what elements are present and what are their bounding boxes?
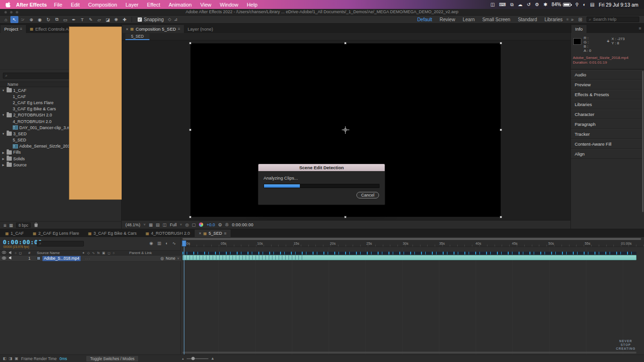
video-column-icon[interactable]: [2, 251, 6, 255]
collapsed-panel-header[interactable]: Content-Aware Fill: [571, 139, 644, 149]
graph-editor-icon[interactable]: ∿: [172, 241, 176, 246]
zoom-slider-handle[interactable]: [191, 357, 195, 360]
home-tool-icon[interactable]: ⌂: [2, 16, 10, 23]
spotlight-icon[interactable]: ⚲: [575, 2, 578, 7]
pan-behind-tool-icon[interactable]: ⧉: [53, 16, 61, 23]
layer-switch-icon[interactable]: ◇: [87, 251, 90, 255]
twirl-icon[interactable]: ▼: [1, 89, 5, 92]
snapping-checkbox[interactable]: ✓: [138, 17, 142, 22]
twirl-icon[interactable]: ▼: [1, 114, 5, 116]
list-view-icon[interactable]: ≣: [3, 223, 7, 228]
workspace-tab[interactable]: Small Screen: [479, 17, 514, 22]
preview-timecode[interactable]: 0:00:00:00: [232, 222, 254, 227]
audio-column-icon[interactable]: [8, 251, 12, 255]
layer-switch-icon[interactable]: ▣: [102, 251, 106, 255]
workspace-grid-icon[interactable]: ⊞: [576, 17, 585, 22]
menubar-item[interactable]: Window: [215, 2, 242, 8]
sync-icon[interactable]: ↺: [527, 2, 530, 8]
parent-link-dropdown[interactable]: ◎ None ˅: [160, 256, 179, 261]
tab-composition[interactable]: × ▦ Composition 5_SED ≡: [122, 25, 184, 33]
expand-layer-switches-icon[interactable]: ◧: [3, 356, 7, 361]
orbit-camera-tool-icon[interactable]: ◉: [36, 16, 44, 23]
tab-layer-viewer[interactable]: Layer (none): [184, 25, 217, 33]
anchor-point-crosshair[interactable]: [342, 126, 349, 134]
composition-minitab[interactable]: 5_SED: [125, 33, 149, 40]
collapsed-panel-header[interactable]: Align: [571, 149, 644, 159]
column-layer-number[interactable]: #: [28, 251, 35, 255]
timeline-search-field[interactable]: ⌕: [37, 241, 84, 247]
camera-view-icon[interactable]: ▢: [192, 222, 196, 227]
channel-color-wheel-icon[interactable]: [199, 222, 203, 227]
chevron-down-icon[interactable]: ˅: [144, 223, 146, 226]
layer-color-swatch[interactable]: [37, 256, 41, 260]
displays-icon[interactable]: ⧉: [510, 2, 513, 8]
zoom-tool-icon[interactable]: ⊕: [27, 16, 35, 23]
expand-in-out-icon[interactable]: ▣: [15, 356, 18, 361]
close-window-button[interactable]: [4, 11, 7, 14]
dialog-title[interactable]: Scene Edit Detection: [258, 164, 385, 171]
solo-column-icon[interactable]: ○: [15, 251, 17, 255]
current-timecode[interactable]: 0:00:00:00: [3, 239, 42, 246]
transform-handle[interactable]: [189, 129, 191, 131]
playhead-handle[interactable]: [182, 240, 186, 247]
zoom-out-icon[interactable]: ▲: [182, 357, 184, 360]
menubar-item[interactable]: View: [196, 2, 216, 8]
resolution-select[interactable]: Full: [170, 222, 177, 227]
screen-mirroring-icon[interactable]: ◫: [490, 2, 495, 8]
hand-tool-icon[interactable]: ☞: [19, 16, 27, 23]
layer-duration-bar[interactable]: [182, 255, 636, 260]
timeline-tab[interactable]: × ▦ 5_SED ≡: [195, 230, 231, 237]
twirl-icon[interactable]: ▶: [1, 163, 5, 166]
active-app-name[interactable]: After Effects: [16, 2, 47, 8]
layer-source-name[interactable]: Adobe_S...018.mp4: [42, 256, 81, 261]
collapsed-panel-header[interactable]: Character: [571, 109, 644, 119]
notification-center-icon[interactable]: ▤: [590, 2, 594, 7]
menubar-item[interactable]: Animation: [165, 2, 196, 8]
label-color-chip[interactable]: [69, 87, 121, 168]
layer-row[interactable]: 1 Adobe_S...018.mp4 ∙ ∙ ∙ ◎ None ˅: [0, 255, 181, 262]
trash-icon[interactable]: [34, 222, 38, 228]
timeline-tab[interactable]: × ▦ 3_CAF Eg Bike & Cars ≡: [84, 230, 141, 237]
mask-visibility-icon[interactable]: ▤: [156, 222, 160, 227]
collapsed-panel-header[interactable]: Audio: [571, 70, 644, 80]
layer-switches[interactable]: ∙ ∙ ∙: [85, 257, 118, 260]
exposure-icon[interactable]: ❂: [218, 222, 222, 227]
collapsed-panel-header[interactable]: Paragraph: [571, 119, 644, 129]
settings-icon[interactable]: ⚙: [535, 2, 539, 8]
composition-viewer[interactable]: Scene Edit Detection Analyzing Clips... …: [122, 41, 570, 220]
menubar-item[interactable]: Edit: [66, 2, 84, 8]
exposure-value[interactable]: +0.0: [206, 222, 215, 227]
column-source-name[interactable]: Source Name: [37, 251, 80, 255]
expand-transfer-controls-icon[interactable]: ◨: [9, 356, 13, 361]
workspace-tab[interactable]: Review: [436, 17, 459, 22]
close-icon[interactable]: ×: [126, 27, 128, 32]
timeline-tab[interactable]: × ▦ 4_ROTOBRUSH 2.0 ≡: [141, 230, 194, 237]
puppet-tool-icon[interactable]: ✚: [121, 16, 129, 23]
menubar-item[interactable]: Layer: [121, 2, 143, 8]
cloud-icon[interactable]: ☁: [518, 2, 522, 8]
transparency-grid-icon[interactable]: ◎: [185, 222, 189, 227]
menubar-item[interactable]: Composition: [84, 2, 121, 8]
workspace-tab[interactable]: Standard: [514, 17, 541, 22]
collapsed-panel-header[interactable]: Preview: [571, 80, 644, 90]
collapsed-panel-header[interactable]: Libraries: [571, 99, 644, 109]
more-workspaces-icon[interactable]: »: [569, 17, 576, 22]
transform-handle[interactable]: [189, 42, 191, 44]
pen-tool-icon[interactable]: ✒: [70, 16, 78, 23]
region-of-interest-icon[interactable]: ◫: [163, 222, 167, 227]
parent-value[interactable]: None: [166, 256, 175, 261]
layer-audio-icon[interactable]: [8, 256, 12, 261]
battery-status[interactable]: 84%: [552, 2, 571, 7]
tab-info[interactable]: Info: [571, 25, 586, 33]
layer-switch-icon[interactable]: fx: [97, 251, 99, 255]
layer-switch-icon[interactable]: ◻: [107, 251, 110, 255]
panel-menu-icon[interactable]: ≡: [636, 26, 644, 31]
project-item-row[interactable]: 5_SED Com: [0, 137, 121, 143]
pickwhip-icon[interactable]: ◎: [160, 256, 164, 261]
time-navigator[interactable]: [182, 237, 644, 240]
eraser-tool-icon[interactable]: ◪: [104, 16, 112, 23]
rotation-tool-icon[interactable]: ↻: [44, 16, 52, 23]
menubar-item[interactable]: Effect: [143, 2, 165, 8]
layer-video-icon[interactable]: [2, 256, 6, 261]
collapsed-panel-header[interactable]: Tracker: [571, 129, 644, 139]
